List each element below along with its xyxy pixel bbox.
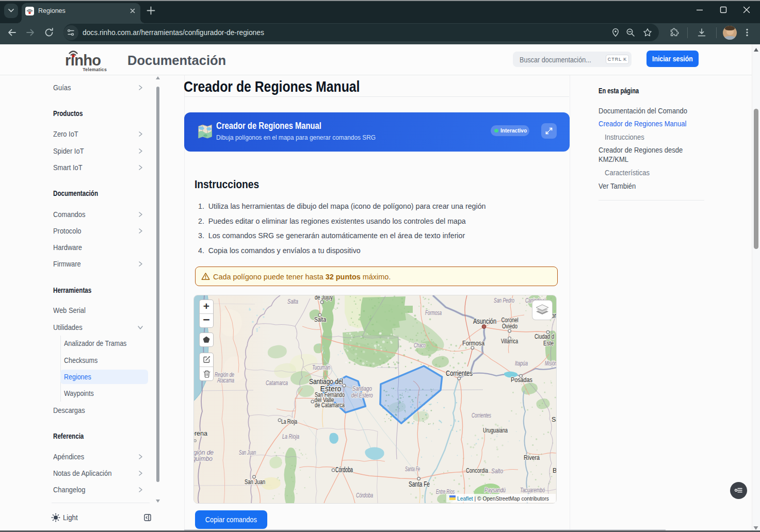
svg-text:Paysandú: Paysandú — [484, 487, 506, 494]
svg-text:Tacuarembó: Tacuarembó — [520, 487, 545, 494]
svg-text:Chaco: Chaco — [414, 342, 426, 349]
svg-text:Córdoba: Córdoba — [335, 466, 353, 474]
svg-text:Oviedo: Oviedo — [502, 322, 518, 330]
svg-text:San Juan: San Juan — [239, 449, 256, 456]
svg-text:Corrientes: Corrientes — [446, 370, 473, 377]
svg-text:de Catamarca: de Catamarca — [315, 402, 345, 409]
svg-text:Concordia: Concordia — [466, 467, 488, 474]
svg-text:Santiago: Santiago — [352, 385, 372, 392]
svg-text:del Estero: del Estero — [351, 392, 373, 399]
svg-text:Posadas: Posadas — [511, 376, 532, 384]
svg-text:La Rioja: La Rioja — [282, 433, 299, 440]
svg-text:Villarrica: Villarrica — [501, 337, 519, 345]
svg-text:San Pedro: San Pedro — [494, 297, 514, 304]
svg-text:Este: Este — [543, 339, 554, 347]
svg-text:Corrientes: Corrientes — [472, 412, 491, 419]
svg-text:erena: erena — [194, 430, 207, 437]
svg-text:Itapúa: Itapúa — [515, 360, 528, 367]
svg-text:Salto: Salto — [491, 468, 503, 475]
svg-text:Atacama: Atacama — [217, 377, 234, 384]
svg-text:Santa Fe: Santa Fe — [409, 480, 430, 488]
svg-text:rınho: rınho — [65, 52, 101, 69]
svg-text:Catamarca: Catamarca — [266, 379, 288, 387]
svg-text:de Jujuy: de Jujuy — [315, 295, 333, 301]
svg-text:Uruguaiana: Uruguaiana — [483, 426, 508, 434]
svg-text:La Rioja: La Rioja — [281, 418, 297, 425]
svg-text:Asunción: Asunción — [473, 318, 496, 325]
svg-text:Formosa: Formosa — [462, 339, 484, 347]
svg-text:Rivera: Rivera — [524, 454, 540, 461]
svg-text:Santiago del: Santiago del — [309, 378, 343, 386]
svg-text:Salta: Salta — [287, 298, 298, 305]
svg-text:Salta: Salta — [314, 315, 327, 323]
svg-text:oquimbo: oquimbo — [194, 455, 213, 462]
svg-text:Tucumán: Tucumán — [312, 364, 330, 371]
svg-text:B: B — [553, 467, 556, 474]
svg-text:Córdoba: Córdoba — [356, 492, 373, 499]
svg-text:Sa: Sa — [552, 416, 556, 423]
svg-text:Santa Fe: Santa Fe — [405, 466, 420, 473]
svg-text:Misión: Misión — [545, 360, 556, 367]
svg-text:Formosa: Formosa — [425, 309, 442, 317]
svg-text:San Juan: San Juan — [245, 478, 265, 486]
svg-text:Telematics: Telematics — [83, 67, 107, 72]
